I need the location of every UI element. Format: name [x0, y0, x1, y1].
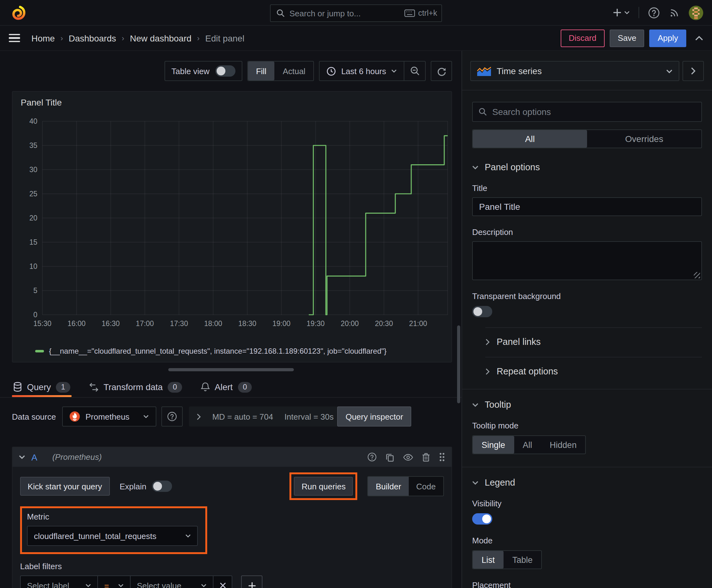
svg-text:10: 10	[29, 262, 37, 270]
panel-preview: Panel Title 051015202530354015:3016:0016…	[12, 91, 452, 362]
tooltip-section-header[interactable]: Tooltip	[472, 400, 702, 410]
svg-text:16:30: 16:30	[102, 319, 120, 328]
remove-filter-button[interactable]	[214, 575, 232, 588]
query-section-tabs: Query 1 Transform data 0 Alert 0	[0, 377, 461, 398]
tooltip-all-option[interactable]: All	[514, 436, 541, 454]
search-input[interactable]	[289, 8, 400, 18]
label-filters-label: Label filters	[20, 562, 444, 571]
time-range-picker[interactable]: Last 6 hours	[320, 62, 404, 80]
explain-toggle[interactable]	[152, 481, 172, 492]
table-view-toggle[interactable]	[215, 65, 235, 77]
scrollbar-thumb[interactable]	[457, 326, 460, 403]
legend-list-option[interactable]: List	[473, 551, 503, 569]
breadcrumb-new-dashboard[interactable]: New dashboard	[130, 33, 192, 43]
time-series-chart[interactable]: 051015202530354015:3016:0016:3017:0017:3…	[13, 107, 452, 329]
repeat-options-section[interactable]: Repeat options	[486, 357, 702, 376]
query-inspector-button[interactable]: Query inspector	[338, 406, 412, 426]
resize-grip-icon[interactable]	[694, 272, 700, 278]
panel-options-header[interactable]: Panel options	[472, 162, 702, 172]
tooltip-hidden-option[interactable]: Hidden	[541, 436, 585, 454]
actual-option[interactable]: Actual	[275, 62, 314, 80]
tooltip-mode-label: Tooltip mode	[472, 421, 702, 430]
code-option[interactable]: Code	[409, 477, 443, 496]
nav-divider	[639, 7, 639, 18]
label-filter-value-select[interactable]: Select value	[131, 575, 214, 588]
label-filter-operator-select[interactable]: =	[98, 575, 131, 588]
new-menu-button[interactable]	[612, 7, 630, 18]
tab-transform-data[interactable]: Transform data 0	[88, 377, 184, 397]
prometheus-icon	[69, 411, 80, 422]
panel-title-input[interactable]	[472, 197, 702, 216]
breadcrumb-home[interactable]: Home	[31, 33, 55, 43]
grafana-logo-icon[interactable]	[9, 4, 26, 21]
options-search[interactable]	[472, 102, 702, 122]
hide-query-icon[interactable]	[403, 453, 413, 461]
user-avatar[interactable]	[689, 5, 703, 20]
legend-table-option[interactable]: Table	[503, 551, 542, 569]
panel-links-section[interactable]: Panel links	[486, 327, 702, 347]
resize-handle[interactable]	[168, 368, 294, 371]
transparent-background-label: Transparent background	[472, 292, 702, 301]
metric-highlight: Metric cloudflared_tunnel_total_requests	[20, 506, 207, 554]
datasource-help-button[interactable]	[161, 406, 183, 426]
query-datasource-hint: (Prometheus)	[52, 452, 102, 462]
chevron-right-icon	[486, 368, 490, 375]
tooltip-single-option[interactable]: Single	[473, 436, 514, 454]
alert-count-badge: 0	[238, 382, 252, 392]
query-row-header[interactable]: A (Prometheus)	[13, 447, 451, 467]
news-rss-icon[interactable]	[669, 7, 680, 18]
time-range-control: Last 6 hours	[319, 61, 426, 81]
breadcrumb: Home › Dashboards › New dashboard › Edit…	[31, 33, 244, 43]
breadcrumb-separator: ›	[61, 34, 63, 42]
breadcrumb-dashboards[interactable]: Dashboards	[69, 33, 116, 43]
kickstart-query-button[interactable]: Kick start your query	[20, 477, 110, 496]
explain-label: Explain	[120, 482, 146, 491]
delete-query-icon[interactable]	[422, 452, 430, 462]
chevron-down-icon	[201, 584, 207, 587]
chevron-down-icon	[143, 415, 149, 418]
close-icon	[219, 582, 226, 588]
add-filter-button[interactable]	[241, 575, 262, 588]
search-icon	[276, 9, 285, 18]
refresh-button[interactable]	[431, 61, 452, 81]
svg-text:30: 30	[29, 166, 37, 174]
tab-all[interactable]: All	[473, 130, 587, 148]
time-series-viz-icon	[477, 66, 491, 76]
menu-icon[interactable]	[9, 34, 20, 42]
builder-code-switch: Builder Code	[368, 476, 444, 496]
metric-select[interactable]: cloudflared_tunnel_total_requests	[27, 526, 198, 546]
help-icon[interactable]	[648, 6, 660, 19]
duplicate-query-icon[interactable]	[386, 453, 394, 461]
options-search-input[interactable]	[492, 107, 696, 117]
fill-option[interactable]: Fill	[248, 62, 274, 80]
chevron-down-icon	[666, 69, 672, 73]
description-textarea[interactable]	[472, 241, 702, 280]
zoom-out-button[interactable]	[404, 62, 425, 80]
legend-series-label[interactable]: {__name__="cloudflared_tunnel_total_requ…	[49, 347, 386, 356]
legend-section-header[interactable]: Legend	[472, 478, 702, 487]
chevron-up-icon[interactable]	[695, 36, 703, 41]
run-queries-button[interactable]: Run queries	[294, 477, 353, 496]
transparent-background-toggle[interactable]	[472, 306, 492, 317]
save-button[interactable]: Save	[610, 29, 645, 47]
svg-text:21:00: 21:00	[409, 319, 427, 328]
collapse-options-button[interactable]	[683, 61, 704, 81]
builder-option[interactable]: Builder	[368, 477, 409, 496]
tab-alert[interactable]: Alert 0	[200, 377, 253, 397]
tab-overrides[interactable]: Overrides	[587, 130, 701, 148]
plus-icon	[248, 582, 256, 588]
label-filter-label-select[interactable]: Select label	[20, 575, 98, 588]
apply-button[interactable]: Apply	[649, 29, 686, 47]
legend-visibility-toggle[interactable]	[472, 513, 492, 525]
discard-button[interactable]: Discard	[561, 29, 605, 47]
visualization-picker[interactable]: Time series	[470, 61, 679, 81]
svg-text:0: 0	[33, 311, 37, 319]
description-label: Description	[472, 227, 702, 237]
global-search[interactable]: ctrl+k	[270, 4, 442, 22]
chevron-down-icon	[624, 11, 630, 15]
drag-handle-icon[interactable]	[439, 452, 445, 462]
svg-text:5: 5	[33, 287, 37, 295]
tab-query[interactable]: Query 1	[12, 377, 71, 397]
query-help-icon[interactable]	[367, 452, 377, 462]
datasource-picker[interactable]: Prometheus	[62, 406, 156, 426]
